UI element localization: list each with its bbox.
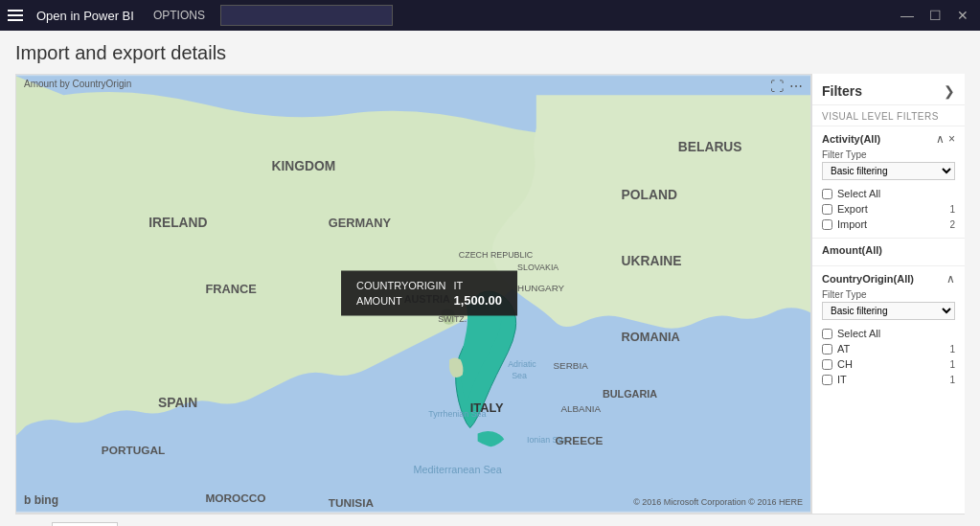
filter-label-import: Import <box>837 218 946 230</box>
filter-count-import: 2 <box>949 219 955 230</box>
svg-text:Mediterranean Sea: Mediterranean Sea <box>414 464 503 475</box>
filter-group-activity: Activity(All) ∧ × Filter Type Basic filt… <box>812 126 965 238</box>
minimize-button[interactable]: ― <box>897 8 918 23</box>
filter-count-it: 1 <box>949 375 955 385</box>
svg-text:Adriatic: Adriatic <box>508 359 536 369</box>
bing-logo: b bing <box>24 493 58 507</box>
svg-text:SERBIA: SERBIA <box>554 360 589 371</box>
map-icons: ⛶ ⋯ <box>770 79 803 94</box>
filter-label-ch: CH <box>837 358 946 370</box>
filter-group-activity-actions: ∧ × <box>936 132 955 146</box>
filter-item-select-all-country: Select All <box>822 326 955 341</box>
svg-text:ROMANIA: ROMANIA <box>622 330 680 344</box>
svg-text:POLAND: POLAND <box>622 187 677 202</box>
svg-text:BELARUS: BELARUS <box>678 139 742 154</box>
filter-group-amount: Amount(All) <box>812 238 965 265</box>
filter-label-export: Export <box>837 203 946 215</box>
filter-checkbox-select-all-activity[interactable] <box>822 189 832 199</box>
svg-text:ALBANIA: ALBANIA <box>560 403 601 414</box>
filters-header: Filters ❯ <box>812 74 965 105</box>
filter-item-ch: CH 1 <box>822 356 955 372</box>
filters-title: Filters <box>822 83 862 99</box>
filter-group-activity-header: Activity(All) ∧ × <box>822 132 955 146</box>
filter-count-at: 1 <box>949 344 955 354</box>
svg-text:CZECH REPUBLIC: CZECH REPUBLIC <box>459 250 534 260</box>
svg-text:PORTUGAL: PORTUGAL <box>102 444 165 457</box>
expand-map-icon[interactable]: ⛶ <box>770 79 784 94</box>
page-tab-1[interactable]: Page 1 <box>52 522 118 526</box>
svg-text:SLOVAKIA: SLOVAKIA <box>517 263 558 272</box>
search-input[interactable] <box>220 5 393 26</box>
map-visual: Amount by CountryOrigin ⛶ ⋯ <box>15 74 811 514</box>
app-name: Open in Power BI <box>36 9 134 23</box>
filter-item-select-all-activity: Select All <box>822 186 955 201</box>
window-controls: ― ☐ ✕ <box>897 8 972 23</box>
filter-group-countryorigin-collapse[interactable]: ∧ <box>946 272 955 286</box>
filter-type-select-country[interactable]: Basic filtering <box>822 302 955 320</box>
filter-type-label-country: Filter Type <box>822 289 955 300</box>
restore-button[interactable]: ☐ <box>925 8 946 23</box>
filter-group-activity-collapse[interactable]: ∧ <box>936 132 945 146</box>
filter-group-countryorigin-title: CountryOrigin(All) <box>822 273 914 285</box>
filter-checkbox-export[interactable] <box>822 204 832 215</box>
filter-item-import: Import 2 <box>822 217 955 232</box>
filter-type-label-activity: Filter Type <box>822 149 955 160</box>
map-svg: Mediterranean Sea Adriatic Sea Ionian Se… <box>16 75 810 513</box>
filter-label-at: AT <box>837 343 946 354</box>
filter-group-activity-close[interactable]: × <box>948 132 955 146</box>
svg-text:MOROCCO: MOROCCO <box>205 492 265 505</box>
svg-text:TUNISIA: TUNISIA <box>329 496 375 510</box>
svg-text:SWITZ.: SWITZ. <box>438 314 467 324</box>
svg-text:UKRAINE: UKRAINE <box>622 253 682 268</box>
titlebar: Open in Power BI OPTIONS ― ☐ ✕ <box>0 0 980 31</box>
filter-checkbox-it[interactable] <box>822 375 832 385</box>
filter-group-amount-title: Amount(All) <box>822 244 882 256</box>
map-label: Amount by CountryOrigin <box>24 79 131 89</box>
filter-checkbox-import[interactable] <box>822 219 832 230</box>
close-button[interactable]: ✕ <box>953 8 972 23</box>
svg-text:HUNGARY: HUNGARY <box>517 284 565 294</box>
filter-checkbox-ch[interactable] <box>822 359 832 370</box>
page-title: Import and export details <box>15 42 965 64</box>
filter-checkbox-select-all-country[interactable] <box>822 329 832 339</box>
filter-count-ch: 1 <box>949 359 955 370</box>
filter-item-export: Export 1 <box>822 201 955 217</box>
page-tabs-bar: ❬ ❭ Page 1 <box>15 514 965 526</box>
filter-label-it: IT <box>837 374 946 385</box>
filters-collapse-button[interactable]: ❯ <box>944 83 955 99</box>
filter-item-it: IT 1 <box>822 372 955 387</box>
filter-label-select-all-activity: Select All <box>837 188 955 199</box>
filter-group-countryorigin-header: CountryOrigin(All) ∧ <box>822 272 955 286</box>
more-options-icon[interactable]: ⋯ <box>789 79 803 94</box>
svg-text:GREECE: GREECE <box>556 434 604 447</box>
filter-label-select-all-country: Select All <box>837 328 955 339</box>
hamburger-menu-button[interactable] <box>8 6 27 25</box>
filter-group-countryorigin: CountryOrigin(All) ∧ Filter Type Basic f… <box>812 265 965 393</box>
svg-text:BULGARIA: BULGARIA <box>603 388 657 400</box>
filter-checkbox-at[interactable] <box>822 344 832 354</box>
filter-count-export: 1 <box>949 204 955 215</box>
svg-text:SPAIN: SPAIN <box>158 395 197 410</box>
filter-type-select-activity[interactable]: Basic filtering <box>822 162 955 180</box>
svg-text:FRANCE: FRANCE <box>205 282 257 296</box>
filter-item-at: AT 1 <box>822 341 955 356</box>
visual-level-label: Visual level filters <box>812 105 965 126</box>
svg-text:AUSTRIA: AUSTRIA <box>404 293 450 305</box>
content-row: Amount by CountryOrigin ⛶ ⋯ <box>15 74 965 514</box>
svg-text:Sea: Sea <box>512 371 527 380</box>
filters-panel: Filters ❯ Visual level filters Activity(… <box>811 74 965 514</box>
map-copyright: © 2016 Microsoft Corporation © 2016 HERE <box>633 497 803 507</box>
svg-text:IRELAND: IRELAND <box>148 215 207 230</box>
report-area: Import and export details Amount by Coun… <box>0 31 980 526</box>
svg-text:ITALY: ITALY <box>470 400 504 415</box>
filter-group-activity-title: Activity(All) <box>822 133 880 145</box>
svg-text:GERMANY: GERMANY <box>329 216 392 230</box>
filter-group-amount-header: Amount(All) <box>822 244 955 256</box>
svg-text:KINGDOM: KINGDOM <box>271 158 335 173</box>
options-menu[interactable]: OPTIONS <box>153 9 205 22</box>
filter-group-countryorigin-actions: ∧ <box>946 272 955 286</box>
main-area: Import and export details Amount by Coun… <box>0 31 980 526</box>
